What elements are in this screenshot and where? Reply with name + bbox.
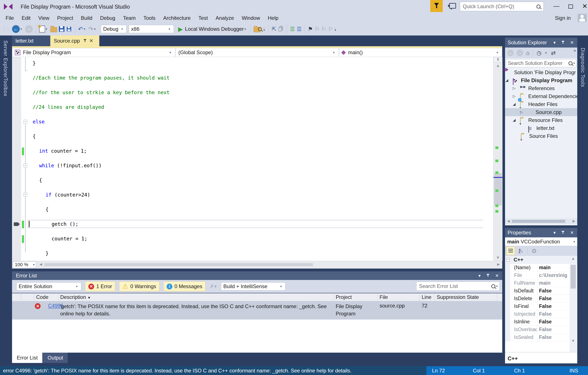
property-row-isdefault[interactable]: IsDefaultFalse: [505, 287, 577, 295]
navigate-cursor-button[interactable]: ⇱: [272, 26, 276, 32]
column-code[interactable]: Code: [36, 293, 48, 301]
error-source-dropdown[interactable]: Build + IntelliSense▾: [221, 282, 285, 290]
menu-item-file[interactable]: File: [2, 13, 18, 22]
solution-platform-dropdown[interactable]: x86▾: [129, 25, 174, 33]
scope-dropdown[interactable]: (Global Scope)▾: [176, 48, 339, 57]
property-row-name[interactable]: (Name)main: [505, 264, 577, 272]
expander-open-icon[interactable]: ◢: [513, 100, 515, 108]
menu-item-help[interactable]: Help: [264, 13, 282, 22]
project-dropdown[interactable]: File Display Program▾: [12, 48, 175, 57]
toggle-bookmark-button[interactable]: ⚑: [308, 26, 313, 32]
navigate-back-button[interactable]: ←▾: [12, 25, 23, 33]
sidebar-tab-server-explorer[interactable]: Server Explorer: [3, 40, 8, 78]
close-icon[interactable]: ✕: [570, 40, 574, 45]
categorized-button[interactable]: [506, 247, 515, 255]
notifications-filter-button[interactable]: [430, 0, 443, 12]
pin-icon[interactable]: [561, 231, 565, 235]
scroll-up-icon[interactable]: ▲: [494, 64, 503, 68]
messages-toggle-button[interactable]: i0 Messages: [163, 281, 205, 291]
menu-item-tools[interactable]: Tools: [139, 13, 159, 22]
sign-in-link[interactable]: Sign in: [555, 13, 571, 22]
start-debugging-button[interactable]: ▶ Local Windows Debugger▾: [178, 26, 247, 33]
code-line[interactable]: [12, 213, 484, 220]
save-all-button[interactable]: [66, 26, 72, 32]
code-line[interactable]: [12, 96, 484, 103]
menu-item-team[interactable]: Team: [119, 13, 139, 22]
tree-item-file-display-program[interactable]: ◢File Display Program: [505, 76, 577, 84]
tree-item-source-cpp[interactable]: ▷Source.cpp: [505, 108, 577, 116]
tree-item-external-dependencies[interactable]: ▷External Dependencies: [505, 92, 577, 100]
search-solution-explorer-box[interactable]: ▾: [506, 59, 576, 67]
toolbar-overflow-2[interactable]: ‑▾: [335, 27, 336, 31]
new-file-button[interactable]: ▾: [39, 26, 49, 32]
quick-launch-box[interactable]: [460, 2, 544, 11]
scroll-left-icon[interactable]: ◄: [39, 262, 43, 267]
menu-item-project[interactable]: Project: [53, 13, 77, 22]
fold-collapse-icon[interactable]: −: [23, 164, 27, 167]
indent-decrease-button[interactable]: ☰: [290, 26, 295, 32]
code-line[interactable]: //for the user to strkie a key before th…: [12, 89, 484, 96]
column-suppression-state[interactable]: Suppression State: [437, 293, 479, 301]
open-file-button[interactable]: [50, 26, 57, 32]
scrollbar-thumb[interactable]: [512, 220, 565, 223]
code-line[interactable]: −if (counter>24): [12, 191, 484, 198]
property-row-isinjected[interactable]: IsInjectedFalse: [505, 310, 577, 318]
code-line[interactable]: [12, 169, 484, 177]
code-line[interactable]: [12, 125, 484, 133]
pin-icon[interactable]: [561, 41, 565, 44]
properties-scrollbar[interactable]: ▲ ▼: [569, 256, 577, 352]
code-line[interactable]: counter = 1;: [12, 235, 484, 242]
code-line[interactable]: [12, 198, 484, 206]
error-scope-dropdown[interactable]: Entire Solution▾: [16, 282, 81, 290]
code-line[interactable]: {: [12, 133, 484, 140]
sync-with-active-document-icon[interactable]: ⇄: [551, 50, 556, 56]
tree-item-source-files[interactable]: Source Files: [505, 132, 577, 140]
property-row-isoverloaded[interactable]: IsOverloadedFalse: [505, 326, 577, 333]
code-line[interactable]: {: [12, 206, 484, 213]
undo-button[interactable]: ↶▾: [78, 26, 87, 33]
indent-increase-button[interactable]: ☰: [297, 26, 302, 32]
menu-item-build[interactable]: Build: [77, 13, 96, 22]
menu-item-analyze[interactable]: Analyze: [212, 13, 238, 22]
menu-item-edit[interactable]: Edit: [18, 13, 34, 22]
scrollbar-thumb[interactable]: [571, 265, 576, 289]
next-bookmark-button[interactable]: ⚐: [321, 26, 326, 32]
code-line[interactable]: [12, 82, 484, 89]
errors-toggle-button[interactable]: ✕1 Error: [85, 281, 115, 291]
warnings-toggle-button[interactable]: ⚠0 Warnings: [119, 281, 159, 291]
code-line[interactable]: [12, 155, 484, 162]
code-line[interactable]: //Each time the program pauses, it shoul…: [12, 74, 484, 82]
property-pages-button[interactable]: ⚙: [530, 247, 538, 255]
scroll-down-icon[interactable]: ▼: [569, 339, 577, 343]
code-line[interactable]: −else: [12, 118, 484, 125]
editor-horizontal-scrollbar[interactable]: 100 %▾ ◄ ►: [12, 261, 502, 268]
code-line[interactable]: getch ();: [12, 220, 484, 228]
search-solution-explorer-input[interactable]: [506, 60, 568, 66]
restore-button[interactable]: [564, 0, 577, 12]
tab-error-list[interactable]: Error List: [12, 353, 42, 363]
toolbar-grip[interactable]: ⋮⋮: [2, 26, 10, 32]
expander-open-icon[interactable]: ◢: [505, 76, 508, 84]
editor-vertical-scrollbar[interactable]: ⇕ ▲ ▼: [493, 57, 503, 261]
collapse-icon[interactable]: −: [506, 258, 510, 261]
property-row-isinline[interactable]: IsInlineFalse: [505, 318, 577, 326]
toolbar-overflow-icon[interactable]: »: [574, 48, 576, 53]
window-position-icon[interactable]: ▾: [553, 40, 556, 45]
close-icon[interactable]: ✕: [89, 38, 93, 44]
property-row-isdelete[interactable]: IsDeleteFalse: [505, 295, 577, 302]
zoom-level-dropdown[interactable]: 100 %▾: [13, 261, 36, 268]
scroll-down-icon[interactable]: ▼: [494, 256, 503, 260]
close-icon[interactable]: ✕: [570, 230, 574, 235]
sidebar-tab-diagnostic-tools[interactable]: Diagnostic Tools: [580, 48, 586, 87]
find-in-files-button[interactable]: [254, 26, 262, 32]
toolbar-overflow[interactable]: ‑▾: [263, 27, 265, 31]
save-button[interactable]: [59, 26, 64, 32]
search-error-list-input[interactable]: [417, 283, 491, 289]
code-line[interactable]: −while (!finput.eof()): [12, 162, 484, 169]
code-line[interactable]: int counter = 1;: [12, 147, 484, 155]
code-line[interactable]: //24 lines are displayed: [12, 103, 484, 111]
tree-item-resource-files[interactable]: ◢Resource Files: [505, 116, 577, 124]
code-line[interactable]: [12, 140, 484, 147]
property-category[interactable]: − C++: [505, 256, 577, 264]
document-outline-button[interactable]: 🗍: [278, 26, 284, 32]
